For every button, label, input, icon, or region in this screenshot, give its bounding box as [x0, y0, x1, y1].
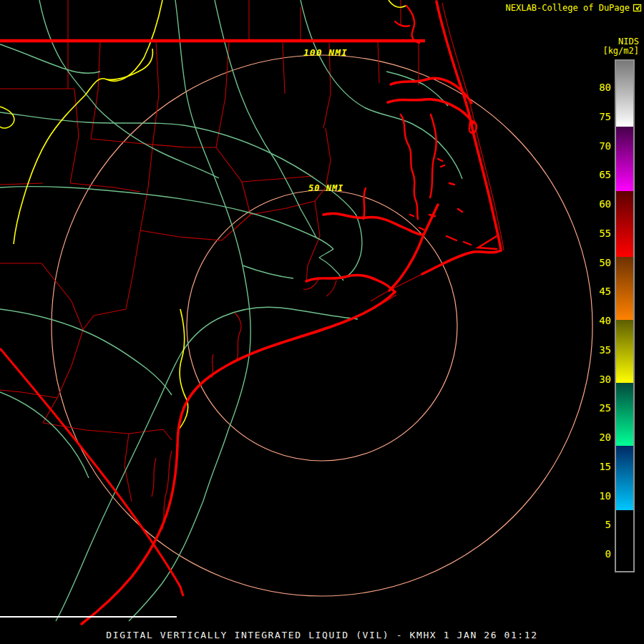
colorbar-tick-40: 40 — [570, 315, 611, 327]
colorbar-segment-red — [616, 191, 633, 257]
colorbar-tick-10: 10 — [570, 490, 611, 502]
colorbar-tick-55: 55 — [570, 228, 611, 240]
colorbar-tick-15: 15 — [570, 461, 611, 473]
pamlico-sound-shore — [389, 205, 438, 291]
range-ring-label-50: 50 NMI — [308, 183, 343, 193]
colorbar-tick-20: 20 — [570, 431, 611, 444]
colorbar-segment-blue — [616, 446, 633, 510]
product-title: DIGITAL VERTICALLY INTEGRATED LIQUID (VI… — [0, 630, 644, 640]
colorbar-segment-purple — [616, 127, 633, 191]
range-ring-50nmi — [187, 190, 457, 461]
colorbar-tick-35: 35 — [570, 344, 611, 356]
colorbar-tick-30: 30 — [570, 374, 611, 386]
range-ring-label-100: 100 NMI — [303, 47, 348, 58]
colorbar-tick-45: 45 — [570, 286, 611, 298]
resize-corner-icon — [633, 3, 643, 13]
colorbar-segment-orange — [616, 257, 633, 320]
colorbar-tick-0: 0 — [570, 548, 611, 560]
roads-green-layer — [0, 0, 462, 621]
colorbar-labels: 80757065605550454035302520151050 — [570, 0, 611, 644]
outer-banks-north — [436, 1, 473, 132]
pamlico-river — [323, 213, 424, 235]
crystal-coast — [177, 292, 395, 445]
colorbar-tick-25: 25 — [570, 402, 611, 414]
colorbar-tick-70: 70 — [570, 140, 611, 152]
radar-map — [0, 0, 644, 625]
colorbar-tick-50: 50 — [570, 257, 611, 269]
footer-divider — [0, 616, 177, 618]
state-border-layer — [0, 41, 425, 596]
colorbar-segment-black — [616, 510, 633, 571]
radar-viewport: NEXLAB-College of DuPage NIDS [kg/m2] 80… — [0, 0, 644, 644]
colorbar-segment-yellow — [616, 320, 633, 383]
colorbar-segment-gray — [616, 61, 633, 127]
colorbar-tick-60: 60 — [570, 198, 611, 210]
cape-fear-coast — [82, 445, 177, 624]
colorbar-title: NIDS — [618, 36, 639, 47]
neuse-river — [306, 275, 395, 292]
colorbar-tick-5: 5 — [570, 519, 611, 531]
colorbar-tick-80: 80 — [570, 82, 611, 94]
colorbar-tick-65: 65 — [570, 169, 611, 181]
outer-banks-south — [473, 132, 501, 250]
nc-sc-border — [0, 348, 183, 596]
colorbar-tick-75: 75 — [570, 111, 611, 123]
cape-lookout — [422, 250, 501, 274]
colorbar-segment-green — [616, 383, 633, 446]
colorbar — [615, 59, 635, 572]
